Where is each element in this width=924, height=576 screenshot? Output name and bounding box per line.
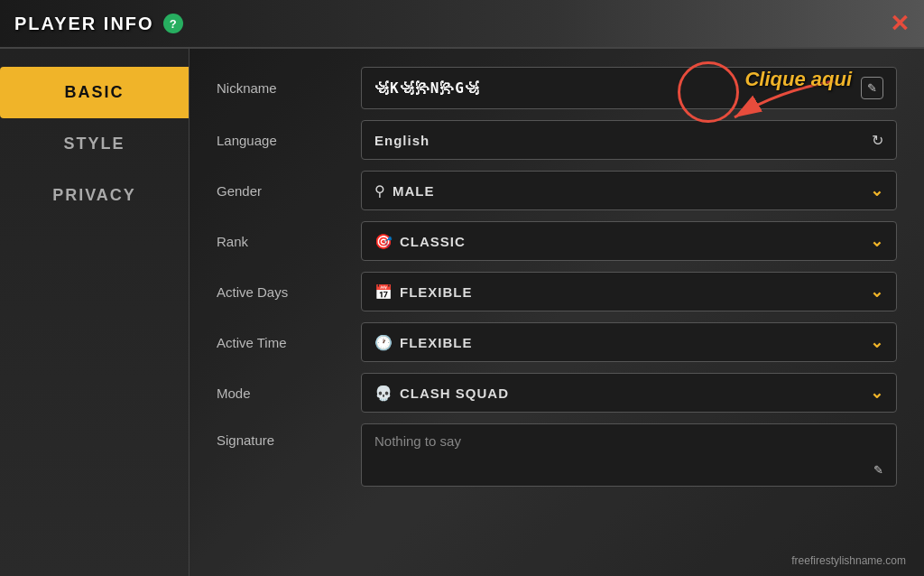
active-days-chevron-icon: ⌄ [870,282,883,302]
language-value: English [374,133,430,148]
nickname-value: ꧁K꧁꧂N꧂G꧁ [374,79,480,97]
rank-field[interactable]: 🎯 CLASSIC ⌄ [361,221,897,261]
mode-icon: 💀 [374,385,393,402]
active-days-icon: 📅 [374,283,393,301]
mode-field[interactable]: 💀 CLASH SQUAD ⌄ [361,373,897,413]
active-days-field[interactable]: 📅 FLEXIBLE ⌄ [361,272,897,311]
nickname-row: Nickname ꧁K꧁꧂N꧂G꧁ ✎ [217,67,897,109]
signature-field: Nothing to say ✎ [361,423,897,487]
rank-label: Rank [217,234,361,249]
top-bar: PLAYER INFO ? ✕ [0,0,924,49]
signature-row: Signature Nothing to say ✎ [217,423,897,487]
mode-chevron-icon: ⌄ [870,383,883,403]
sidebar-item-basic[interactable]: BASIC [0,67,189,118]
active-time-label: Active Time [217,335,361,350]
nickname-label: Nickname [217,80,361,96]
active-time-chevron-icon: ⌄ [870,332,883,352]
close-button[interactable]: ✕ [890,12,910,35]
language-row: Language English ↻ [217,120,897,160]
signature-edit-button[interactable]: ✎ [873,463,883,477]
nickname-edit-button[interactable]: ✎ [861,77,883,99]
page-title: PLAYER INFO [14,14,154,34]
refresh-icon: ↻ [872,132,883,149]
rank-row: Rank 🎯 CLASSIC ⌄ [217,221,897,261]
rank-icon: 🎯 [374,233,393,250]
mode-value: CLASH SQUAD [400,386,509,401]
active-time-field[interactable]: 🕐 FLEXIBLE ⌄ [361,322,897,362]
gender-row: Gender ⚲ MALE ⌄ [217,171,897,210]
active-time-icon: 🕐 [374,334,393,351]
active-days-label: Active Days [217,284,361,300]
gender-icon: ⚲ [374,182,385,200]
gender-field[interactable]: ⚲ MALE ⌄ [361,171,897,210]
rank-value: CLASSIC [400,234,466,249]
active-days-value: FLEXIBLE [400,284,473,300]
nickname-field: ꧁K꧁꧂N꧂G꧁ ✎ [361,67,897,109]
top-bar-left: PLAYER INFO ? [14,14,183,34]
signature-label: Signature [217,423,361,448]
rank-chevron-icon: ⌄ [870,231,883,251]
mode-label: Mode [217,386,361,401]
content-area: Nickname ꧁K꧁꧂N꧂G꧁ ✎ Language English ↻ G… [189,49,924,576]
active-time-value: FLEXIBLE [400,335,473,350]
sidebar-item-privacy[interactable]: PRIVACY [0,170,189,221]
gender-value: MALE [393,183,435,199]
gender-chevron-icon: ⌄ [870,181,883,200]
main-layout: BASIC STYLE PRIVACY Nickname ꧁K꧁꧂N꧂G꧁ ✎ … [0,49,924,576]
signature-value: Nothing to say [374,433,883,449]
help-icon[interactable]: ? [163,14,183,33]
gender-label: Gender [217,183,361,199]
watermark: freefirestylishname.com [791,554,906,567]
mode-row: Mode 💀 CLASH SQUAD ⌄ [217,373,897,413]
sidebar-item-style[interactable]: STYLE [0,118,189,170]
active-days-row: Active Days 📅 FLEXIBLE ⌄ [217,272,897,311]
sidebar: BASIC STYLE PRIVACY [0,49,189,576]
language-label: Language [217,133,361,148]
active-time-row: Active Time 🕐 FLEXIBLE ⌄ [217,322,897,362]
language-field[interactable]: English ↻ [361,120,897,160]
